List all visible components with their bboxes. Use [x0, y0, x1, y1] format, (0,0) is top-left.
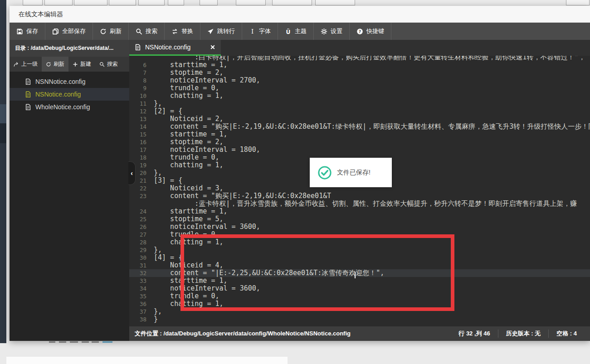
chevron-left-icon: ‹ — [131, 170, 133, 177]
line-text: chatting = 1, — [146, 92, 224, 100]
line-text: :蓝卡特权|，晋升冰雪贵族，额外金币收益、切割、属性、打金效率大幅提升，秒升六转… — [146, 200, 577, 208]
code-line-8[interactable]: 8 noticeInterval = 2700, — [129, 77, 590, 84]
save-all-button[interactable]: 全部保存 — [45, 23, 93, 40]
refresh-button[interactable]: 刷新 — [93, 23, 129, 40]
code-line-wrap[interactable]: :白卡特权|，开启智能自动回收，挂机打金必备，购买后打金效率翻倍！更有大量转生材… — [129, 56, 590, 61]
line-text: Noticeid = 2, — [146, 115, 224, 123]
code-line-wrap[interactable]: :蓝卡特权|，晋升冰雪贵族，额外金币收益、切割、属性、打金效率大幅提升，秒升六转… — [129, 200, 590, 208]
file-name: NSNNotice.config — [35, 78, 86, 85]
code-line-23[interactable]: 23 content = "购买|E:-2,19,&U:&C:0x28ee01&… — [129, 192, 590, 200]
line-text: content = "购买|E:-2,19,&U:&C:0x28ee01&T:绿… — [146, 123, 590, 131]
line-number: 25 — [129, 215, 146, 223]
background-tab-shape — [272, 0, 312, 5]
code-line-15[interactable]: 15 starttime = 1, — [129, 131, 590, 138]
button-label: 刷新 — [54, 60, 64, 68]
code-line-38[interactable]: 38} — [129, 315, 590, 323]
line-text: }, — [146, 169, 162, 177]
file-name: NSNotice.config — [35, 91, 81, 98]
line-number: 10 — [129, 92, 146, 100]
line-text: noticeInterval = 2700, — [146, 77, 260, 84]
line-number: 9 — [129, 84, 146, 92]
button-label: 搜索 — [146, 27, 157, 35]
button-label: 字体 — [259, 27, 271, 35]
code-line-16[interactable]: 16 stoptime = 2, — [129, 138, 590, 146]
close-icon[interactable] — [210, 44, 215, 50]
plus-icon — [73, 62, 78, 67]
line-text: noticeInterval = 1800, — [146, 146, 260, 154]
line-text: content = "购买|E:-2,19,&U:&C:0x28ee01&T — [146, 192, 331, 200]
history-version: 历史版本 : 无 — [498, 330, 549, 338]
line-number: 13 — [129, 115, 146, 123]
line-text: stoptime = 5, — [146, 215, 224, 223]
toolbar: 保存全部保存刷新搜索替换跳转行I字体Ü主题设置?快捷键 — [10, 23, 590, 40]
document-icon — [25, 78, 31, 85]
code-line-11[interactable]: 11}, — [129, 100, 590, 107]
line-number: 27 — [129, 231, 146, 238]
line-number: 15 — [129, 131, 146, 138]
code-line-12[interactable]: 12[2] = { — [129, 107, 590, 115]
theme-button[interactable]: Ü主题 — [278, 23, 314, 40]
line-number: 29 — [129, 246, 146, 254]
code-line-26[interactable]: 26 noticeInterval = 3600, — [129, 223, 590, 231]
line-text: chatting = 1, — [146, 161, 224, 169]
code-line-10[interactable]: 10 chatting = 1, — [129, 92, 590, 100]
background-tab-shape — [168, 0, 184, 5]
code-line-6[interactable]: 6 starttime = 1, — [129, 61, 590, 69]
save-icon — [16, 28, 23, 35]
clipped-text-artifact — [49, 341, 55, 343]
code-line-9[interactable]: 9 trundle = 0, — [129, 84, 590, 92]
tab-nsnotice-config[interactable]: NSNotice.config — [129, 40, 221, 56]
background-tab-shape — [74, 0, 107, 5]
font-button[interactable]: I字体 — [242, 23, 278, 40]
line-text: starttime = 1, — [146, 131, 228, 138]
panel-new-button[interactable]: 新建 — [68, 57, 95, 72]
panel-up-level-button[interactable]: 上一级 — [10, 57, 42, 72]
button-label: 主题 — [295, 27, 307, 35]
svg-text:I: I — [251, 28, 254, 35]
gear-icon — [321, 28, 327, 35]
line-text: }, — [146, 308, 162, 315]
button-label: 替换 — [181, 27, 193, 35]
line-text: }, — [146, 246, 162, 254]
button-label: 跳转行 — [217, 27, 235, 35]
search-button[interactable]: 搜索 — [129, 23, 165, 40]
document-icon — [25, 104, 31, 110]
code-line-7[interactable]: 7 stoptime = 2, — [129, 69, 590, 77]
file-item-nsnotice.config[interactable]: NSNotice.config — [10, 88, 129, 101]
save-button[interactable]: 保存 — [10, 23, 45, 40]
panel-refresh-button[interactable]: 刷新 — [42, 57, 68, 72]
check-circle-icon — [318, 166, 332, 180]
code-line-14[interactable]: 14 content = "购买|E:-2,19,&U:&C:0x28ee01&… — [129, 123, 590, 131]
background-tab-shape — [566, 0, 590, 5]
shortcuts-button[interactable]: ?快捷键 — [350, 23, 391, 40]
svg-text:?: ? — [359, 29, 361, 34]
panel-search-button[interactable]: 搜索 — [95, 57, 122, 72]
file-panel: 目录 : /data/Debug/LogicServer/data/... 上一… — [10, 40, 129, 341]
code-line-25[interactable]: 25 stoptime = 5, — [129, 215, 590, 223]
background-tab-shape — [44, 0, 73, 5]
refresh-icon — [100, 28, 107, 35]
button-label: 刷新 — [110, 27, 122, 35]
line-text: :白卡特权|，开启智能自动回收，挂机打金必备，购买后打金效率翻倍！更有大量转生材… — [146, 56, 585, 61]
file-item-nsnnotice.config[interactable]: NSNNotice.config — [10, 75, 129, 88]
line-number: 18 — [129, 154, 146, 161]
goto-line-button[interactable]: 跳转行 — [200, 23, 242, 40]
code-line-24[interactable]: 24 starttime = 1, — [129, 208, 590, 215]
panel-collapse-handle[interactable]: ‹ — [128, 161, 136, 185]
line-number: 12 — [129, 107, 146, 115]
button-label: 全部保存 — [62, 27, 86, 35]
background-sidebar-strip — [0, 0, 6, 343]
file-item-wholenotice.config[interactable]: WholeNotice.config — [10, 101, 129, 113]
code-line-13[interactable]: 13 Noticeid = 2, — [129, 115, 590, 123]
clipped-text-artifact — [59, 341, 66, 343]
line-number: 14 — [129, 123, 146, 131]
code-line-17[interactable]: 17 noticeInterval = 1800, — [129, 146, 590, 154]
clipped-text-artifact — [92, 341, 99, 343]
line-number: 35 — [129, 292, 146, 300]
page: 在线文本编辑器 保存全部保存刷新搜索替换跳转行I字体Ü主题设置?快捷键 目录 :… — [0, 0, 590, 364]
line-number: 38 — [129, 315, 146, 323]
svg-text:Ü: Ü — [286, 28, 291, 34]
replace-button[interactable]: 替换 — [165, 23, 200, 40]
settings-button[interactable]: 设置 — [314, 23, 350, 40]
background-tab-shape — [109, 0, 136, 5]
